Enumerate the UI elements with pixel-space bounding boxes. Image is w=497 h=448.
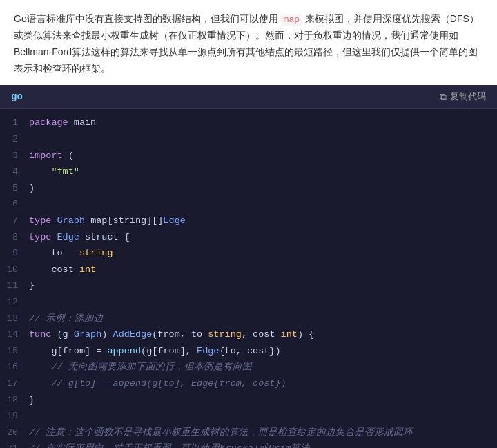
line-content: package main xyxy=(29,115,96,130)
code-line: 9 to string xyxy=(0,245,497,262)
line-number: 21 xyxy=(0,441,29,448)
line-content: g[from] = append(g[from], Edge{to, cost}… xyxy=(29,344,281,359)
copy-icon: ⧉ xyxy=(440,91,447,103)
token: package xyxy=(29,117,68,128)
token: Graph xyxy=(74,329,102,340)
token: ) { xyxy=(298,329,314,340)
line-number: 3 xyxy=(0,148,29,164)
code-line: 14func (g Graph) AddEdge(from, to string… xyxy=(0,327,497,343)
line-content: type Graph map[string][]Edge xyxy=(29,213,186,228)
line-content: "fmt" xyxy=(29,164,79,179)
map-keyword: map xyxy=(281,14,302,26)
token: "fmt" xyxy=(29,166,79,177)
prose-section: Go语言标准库中没有直接支持图的数据结构，但我们可以使用 map 来模拟图，并使… xyxy=(0,0,497,85)
token: struct { xyxy=(79,232,130,242)
line-number: 16 xyxy=(0,360,29,375)
line-content: // 无向图需要添加下面的行，但本例是有向图 xyxy=(29,360,252,375)
line-number: 13 xyxy=(0,311,29,327)
token: map[string][] xyxy=(85,215,163,226)
line-number: 4 xyxy=(0,164,29,179)
token: int xyxy=(281,329,298,340)
line-content: // 在实际应用中，对于正权重图，可以使用Kruskal或Prim算法 xyxy=(29,441,310,448)
line-content: ) xyxy=(29,181,35,196)
token: // 在实际应用中，对于正权重图，可以使用Kruskal或Prim算法 xyxy=(29,443,310,448)
line-number: 10 xyxy=(0,262,29,277)
token xyxy=(51,215,57,226)
code-line: 4 "fmt" xyxy=(0,164,497,180)
copy-button[interactable]: ⧉ 复制代码 xyxy=(440,90,486,103)
line-number: 12 xyxy=(0,295,29,310)
token: import xyxy=(29,150,63,161)
line-content: } xyxy=(29,278,35,293)
token: // 示例：添加边 xyxy=(29,313,104,324)
code-line: 11} xyxy=(0,277,497,294)
code-line: 10 cost int xyxy=(0,262,497,278)
code-line: 13// 示例：添加边 xyxy=(0,311,497,327)
line-number: 19 xyxy=(0,409,29,424)
code-line: 15 g[from] = append(g[from], Edge{to, co… xyxy=(0,343,497,360)
token: } xyxy=(29,280,35,291)
token: cost xyxy=(29,264,79,275)
token: string xyxy=(79,248,113,258)
code-line: 2 xyxy=(0,131,497,148)
line-content: // 注意：这个函数不是寻找最小权重生成树的算法，而是检查给定的边集合是否形成回… xyxy=(29,425,413,440)
code-line: 7type Graph map[string][]Edge xyxy=(0,213,497,229)
code-line: 16 // 无向图需要添加下面的行，但本例是有向图 xyxy=(0,359,497,376)
token xyxy=(51,232,57,242)
line-number: 8 xyxy=(0,230,29,245)
token: (from, to xyxy=(152,329,208,340)
code-line: 8type Edge struct { xyxy=(0,229,497,246)
line-content: } xyxy=(29,393,35,408)
code-line: 6 xyxy=(0,196,497,213)
line-content: // g[to] = append(g[to], Edge{from, cost… xyxy=(29,376,286,391)
line-number: 11 xyxy=(0,278,29,293)
token: ) xyxy=(29,183,35,193)
token: to xyxy=(29,248,79,258)
token: func xyxy=(29,329,51,340)
code-lang: go xyxy=(11,91,23,102)
token: (g xyxy=(51,329,73,340)
token: Edge xyxy=(197,346,219,356)
token: Edge xyxy=(57,232,79,242)
code-line: 12 xyxy=(0,294,497,311)
code-line: 5) xyxy=(0,180,497,197)
line-content: cost int xyxy=(29,262,96,277)
token: (g[from], xyxy=(141,346,197,356)
copy-label: 复制代码 xyxy=(450,90,486,103)
token: // 无向图需要添加下面的行，但本例是有向图 xyxy=(29,362,252,372)
line-content: to string xyxy=(29,246,113,261)
line-content: import ( xyxy=(29,148,74,164)
token: g[from] = xyxy=(29,346,107,356)
line-number: 14 xyxy=(0,327,29,342)
line-number: 9 xyxy=(0,246,29,261)
line-number: 18 xyxy=(0,393,29,408)
line-number: 2 xyxy=(0,132,29,147)
token: append xyxy=(107,346,141,356)
token: Edge xyxy=(163,215,185,226)
token: type xyxy=(29,232,51,242)
code-line: 20// 注意：这个函数不是寻找最小权重生成树的算法，而是检查给定的边集合是否形… xyxy=(0,425,497,441)
token: int xyxy=(79,264,96,275)
code-line: 18} xyxy=(0,392,497,409)
code-header: go ⧉ 复制代码 xyxy=(0,85,497,109)
line-content: type Edge struct { xyxy=(29,230,130,245)
code-line: 3import ( xyxy=(0,148,497,164)
code-container: go ⧉ 复制代码 1package main23import (4 "fmt"… xyxy=(0,85,497,448)
token: {to, cost}) xyxy=(219,346,280,356)
code-line: 17 // g[to] = append(g[to], Edge{from, c… xyxy=(0,376,497,392)
token: // g[to] = append(g[to], Edge{from, cost… xyxy=(29,378,286,389)
token: , cost xyxy=(242,329,281,340)
token: type xyxy=(29,215,51,226)
line-number: 20 xyxy=(0,425,29,440)
line-content: // 示例：添加边 xyxy=(29,311,104,327)
code-body: 1package main23import (4 "fmt"5)67type G… xyxy=(0,109,497,448)
line-number: 1 xyxy=(0,115,29,130)
line-number: 7 xyxy=(0,213,29,228)
token: main xyxy=(68,117,97,128)
token: // 注意：这个函数不是寻找最小权重生成树的算法，而是检查给定的边集合是否形成回… xyxy=(29,427,413,438)
line-number: 5 xyxy=(0,181,29,196)
line-content: func (g Graph) AddEdge(from, to string, … xyxy=(29,327,314,342)
token: AddEdge xyxy=(113,329,153,340)
line-number: 17 xyxy=(0,376,29,391)
code-line: 1package main xyxy=(0,115,497,131)
